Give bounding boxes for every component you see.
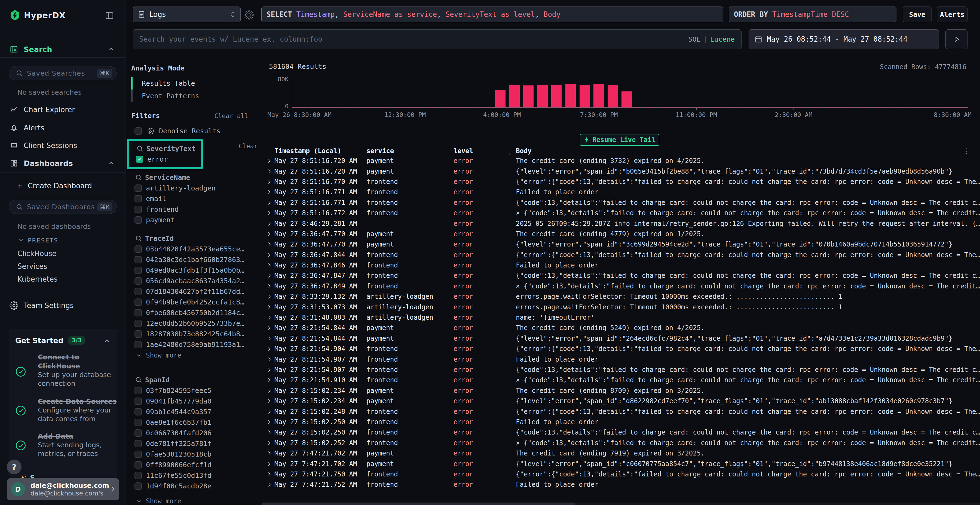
expand-row-icon[interactable]	[262, 314, 274, 321]
filter-option[interactable]: 0de781ff325a781f	[126, 438, 261, 449]
histogram-bar[interactable]	[495, 90, 506, 107]
expand-row-icon[interactable]	[262, 252, 274, 258]
log-row[interactable]: May 27 8:31:53.073 AM artillery-loadgen …	[262, 302, 980, 312]
log-row[interactable]: May 27 8:31:48.083 AM artillery-loadgen …	[262, 312, 980, 323]
log-row[interactable]: May 27 7:47:21.750 AM frontend error {"e…	[262, 469, 980, 480]
preset-dashboard-link[interactable]: Services	[18, 262, 48, 270]
column-header-level[interactable]: level	[453, 147, 516, 155]
expand-row-icon[interactable]	[262, 179, 274, 185]
log-row[interactable]: May 27 8:36:47.770 AM payment error {"le…	[262, 239, 980, 249]
sidebar-item-client-sessions[interactable]: Client Sessions	[0, 139, 126, 152]
show-more-spanid[interactable]: Show more	[126, 496, 261, 505]
filter-option[interactable]: 03b44828f42a3573ea655ce…	[126, 244, 261, 254]
denoise-checkbox[interactable]	[134, 127, 142, 135]
filter-option[interactable]: frontend	[126, 204, 261, 215]
log-row[interactable]: May 27 8:15:02.252 AM frontend error × {…	[262, 438, 980, 448]
filter-option[interactable]: 09ab1c4544c9a357	[126, 407, 261, 417]
filter-checkbox[interactable]	[134, 267, 142, 274]
expand-row-icon[interactable]	[262, 471, 274, 477]
log-row[interactable]: May 27 8:21:54.907 AM frontend error {"c…	[262, 365, 980, 375]
filter-checkbox[interactable]	[134, 440, 142, 447]
sidebar-item-dashboards[interactable]: Dashboards	[0, 157, 126, 170]
date-range-picker[interactable]: May 26 08:52:44 - May 27 08:52:44	[749, 29, 939, 49]
histogram-bar[interactable]	[538, 85, 548, 107]
column-resize-handle[interactable]	[509, 148, 510, 154]
sidebar-item-chart-explorer[interactable]: Chart Explorer	[0, 103, 126, 116]
log-row[interactable]: May 27 8:33:29.132 AM artillery-loadgen …	[262, 291, 980, 302]
chevron-up-icon[interactable]	[108, 45, 115, 53]
log-row[interactable]: May 27 8:51:16.771 AM frontend error {"c…	[262, 197, 980, 208]
sidebar-item-team-settings[interactable]: Team Settings	[0, 299, 126, 312]
expand-row-icon[interactable]	[262, 158, 274, 164]
log-row[interactable]: May 27 8:21:54.844 AM payment error The …	[262, 323, 980, 333]
filter-checkbox[interactable]	[134, 277, 142, 284]
log-row[interactable]: May 27 8:36:47.844 AM frontend error {"e…	[262, 250, 980, 260]
filter-option[interactable]: 056cd9acbaac8637a4354a2…	[126, 276, 261, 286]
column-resize-handle[interactable]	[447, 148, 447, 154]
filter-checkbox[interactable]	[134, 397, 142, 405]
histogram-bar[interactable]	[608, 85, 618, 107]
filter-checkbox[interactable]	[134, 387, 142, 394]
expand-row-icon[interactable]	[262, 356, 274, 362]
expand-row-icon[interactable]	[262, 429, 274, 435]
expand-row-icon[interactable]	[262, 221, 274, 227]
histogram-bar[interactable]	[593, 84, 604, 107]
filter-option[interactable]: payment	[126, 215, 261, 225]
horizontal-scrollbar[interactable]	[262, 503, 980, 505]
expand-row-icon[interactable]	[262, 398, 274, 404]
filter-checkbox[interactable]	[134, 408, 142, 416]
log-row[interactable]: May 27 8:21:54.904 AM frontend error {"e…	[262, 344, 980, 354]
filter-checkbox[interactable]	[134, 245, 142, 253]
expand-row-icon[interactable]	[262, 440, 274, 446]
column-header-body[interactable]: Body	[516, 147, 980, 155]
filter-option[interactable]: 0f94b9befe0b4252ccfa1c8…	[126, 297, 261, 308]
source-select[interactable]: Logs	[133, 6, 241, 22]
filter-checkbox[interactable]	[134, 419, 142, 426]
filter-checkbox[interactable]	[134, 299, 142, 306]
filter-checkbox[interactable]	[134, 195, 142, 202]
log-row[interactable]: May 27 8:15:02.250 AM frontend error Fai…	[262, 417, 980, 427]
column-header-service[interactable]: service	[366, 147, 453, 155]
expand-row-icon[interactable]	[262, 273, 274, 279]
log-row[interactable]: May 27 8:51:16.771 AM frontend error Fai…	[262, 187, 980, 197]
chevron-up-icon[interactable]	[108, 159, 115, 167]
histogram-bar[interactable]	[622, 91, 632, 107]
log-row[interactable]: May 27 8:21:54.844 AM payment error {"le…	[262, 333, 980, 344]
log-row[interactable]: May 27 8:36:47.849 AM frontend error × {…	[262, 281, 980, 291]
filter-option[interactable]: 0c0667304fafd206	[126, 428, 261, 438]
order-by-input[interactable]: ORDER BY TimestampTime DESC	[729, 6, 896, 22]
filter-option[interactable]: 042a30c3dc1baf660b27863…	[126, 254, 261, 265]
filter-checkbox[interactable]	[134, 472, 142, 479]
log-row[interactable]: May 27 8:51:16.772 AM frontend error × {…	[262, 208, 980, 218]
filter-checkbox[interactable]	[134, 184, 142, 192]
filter-option[interactable]: artillery-loadgen	[126, 183, 261, 194]
filter-checkbox[interactable]	[134, 451, 142, 458]
source-settings-gear-icon[interactable]	[245, 10, 254, 20]
log-row[interactable]: May 27 8:15:02.248 AM frontend error {"e…	[262, 406, 980, 416]
show-more-traceid[interactable]: Show more	[126, 350, 261, 361]
filter-option[interactable]: 0ae8e1f6c6b37fb1	[126, 417, 261, 428]
log-row[interactable]: May 27 8:51:16.720 AM payment error {"le…	[262, 166, 980, 176]
chevron-up-icon[interactable]	[103, 337, 111, 345]
log-row[interactable]: May 27 7:47:21.702 AM payment error The …	[262, 448, 980, 459]
clear-severity-filter-link[interactable]: Clear	[239, 143, 258, 150]
filter-checkbox[interactable]	[134, 309, 142, 316]
log-row[interactable]: May 27 8:15:02.250 AM frontend error {"c…	[262, 427, 980, 438]
filter-option[interactable]: 18287038b73e882425c64b8…	[126, 329, 261, 339]
filter-checkbox[interactable]	[134, 216, 142, 224]
log-row[interactable]: May 27 8:21:54.910 AM frontend error × {…	[262, 375, 980, 385]
resume-live-tail-button[interactable]: Resume Live Tail	[580, 134, 659, 146]
log-row[interactable]: May 27 8:36:47.847 AM frontend error {"c…	[262, 270, 980, 281]
log-row[interactable]: May 27 7:47:21.752 AM frontend error Fai…	[262, 480, 980, 490]
filter-checkbox[interactable]	[134, 341, 142, 348]
sql-select-input[interactable]: SELECT Timestamp, ServiceName as service…	[261, 6, 723, 22]
filter-checkbox[interactable]	[134, 320, 142, 327]
lucene-search-input[interactable]: Search your events w/ Lucene ex. column:…	[133, 29, 741, 49]
expand-row-icon[interactable]	[262, 481, 274, 488]
column-header-timestamp[interactable]: Timestamp (Local)	[274, 147, 366, 155]
mode-lucene[interactable]: Lucene	[710, 35, 735, 43]
table-options-icon[interactable]: ⋮	[963, 147, 970, 155]
histogram-bar[interactable]	[565, 84, 576, 107]
histogram-bar[interactable]	[551, 85, 562, 107]
expand-row-icon[interactable]	[262, 262, 274, 268]
